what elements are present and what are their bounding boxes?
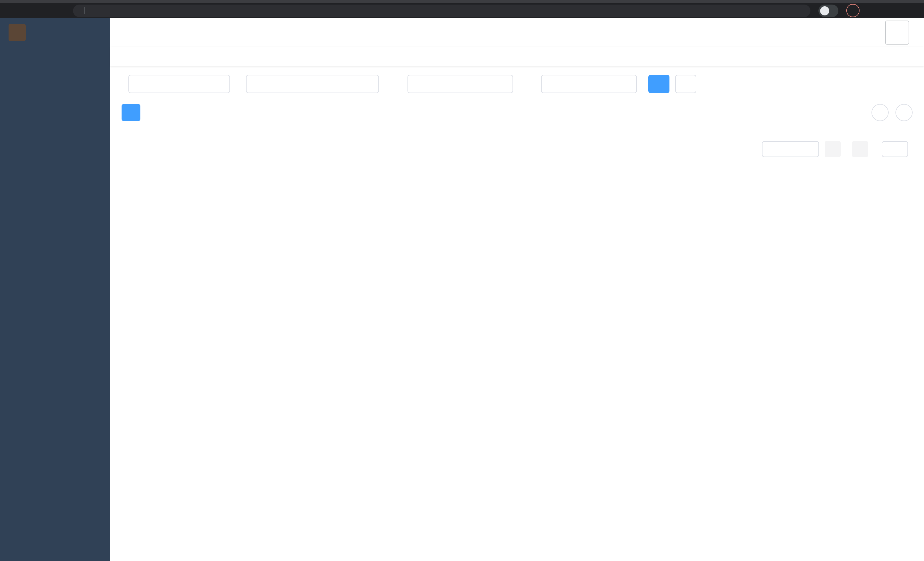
filter-form <box>122 75 913 93</box>
page-content <box>110 66 924 561</box>
avatar[interactable] <box>885 21 909 45</box>
incognito-badge <box>818 4 838 17</box>
create-leave-button[interactable] <box>122 104 140 121</box>
sidebar-menu <box>0 47 110 561</box>
home-icon[interactable] <box>52 4 66 17</box>
leave-type-select-input[interactable] <box>135 79 222 89</box>
goto-page-input-wrap[interactable] <box>882 141 908 157</box>
sidebar <box>0 18 110 561</box>
search-button[interactable] <box>648 75 669 93</box>
reason-input[interactable] <box>548 79 631 89</box>
app-header <box>110 18 924 47</box>
back-icon[interactable] <box>4 4 18 17</box>
next-page-button[interactable] <box>852 141 868 157</box>
end-date-input[interactable] <box>305 79 347 89</box>
result-select[interactable] <box>408 75 513 93</box>
leave-type-select[interactable] <box>128 75 230 93</box>
show-search-button[interactable] <box>872 104 889 121</box>
logo-avatar <box>9 24 26 41</box>
app-logo[interactable] <box>0 18 110 47</box>
page-size-value[interactable] <box>767 144 812 154</box>
collapse-sidebar-icon[interactable] <box>118 26 131 39</box>
prev-page-button[interactable] <box>825 141 841 157</box>
browser-toolbar <box>0 3 924 18</box>
refresh-table-button[interactable] <box>896 104 913 121</box>
table-toolbar <box>122 104 913 121</box>
browser-update-button[interactable] <box>846 4 860 17</box>
omnibox-divider <box>84 7 85 14</box>
window-top-strip <box>0 0 924 3</box>
goto-page-input[interactable] <box>885 144 905 154</box>
incognito-icon <box>820 6 829 15</box>
screen <box>0 0 924 561</box>
start-date-input[interactable] <box>256 79 298 89</box>
address-bar[interactable] <box>73 4 810 17</box>
forward-icon[interactable] <box>21 4 34 17</box>
reload-icon[interactable] <box>36 4 50 17</box>
tags-view-bar <box>110 47 924 66</box>
result-select-input[interactable] <box>414 79 504 89</box>
reason-input-wrap[interactable] <box>541 75 637 93</box>
reset-button[interactable] <box>675 75 696 93</box>
pagination <box>122 141 913 157</box>
page-size-select[interactable] <box>762 141 819 157</box>
apply-time-range-picker[interactable] <box>246 75 379 93</box>
